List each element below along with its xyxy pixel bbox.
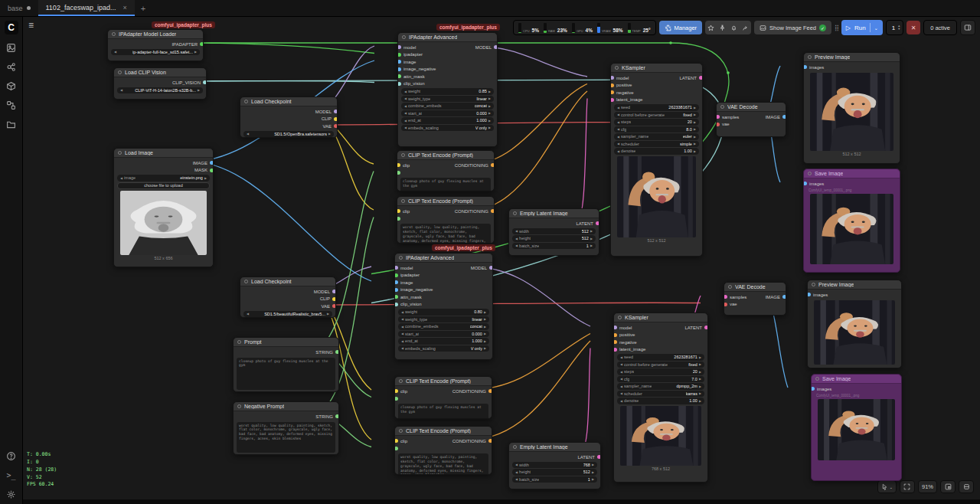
node-load-image[interactable]: Load ImageIMAGEMASK◀imageeinstein.png▶ch… <box>113 148 214 267</box>
increment-arrow-icon[interactable]: ▶ <box>488 97 491 100</box>
scheduler-widget[interactable]: ◀schedulersimple▶ <box>614 141 699 148</box>
start_at-widget[interactable]: ◀start_at0.000▶ <box>401 110 494 117</box>
prompt-textarea[interactable]: worst quality, low quality, painting, sk… <box>400 224 491 244</box>
prompt-textarea[interactable]: closeup photo of guy flexing muscles at … <box>237 358 335 390</box>
decrement-arrow-icon[interactable]: ◀ <box>401 325 403 329</box>
collapse-dot-icon[interactable] <box>402 35 406 39</box>
embeds_scaling-widget[interactable]: ◀embeds_scalingV only▶ <box>401 125 494 132</box>
width-widget[interactable]: ◀width768▶ <box>512 462 597 469</box>
decrement-arrow-icon[interactable]: ◀ <box>620 355 622 359</box>
steps-widget[interactable]: ◀steps20▶ <box>617 368 704 375</box>
collapse-dot-icon[interactable] <box>244 100 248 103</box>
image-output-port[interactable] <box>782 295 786 299</box>
decrement-arrow-icon[interactable]: ◀ <box>620 385 622 388</box>
increment-arrow-icon[interactable]: ▶ <box>694 120 696 124</box>
decrement-arrow-icon[interactable]: ◀ <box>401 346 403 350</box>
toggle-right-panel-button[interactable] <box>960 20 975 35</box>
sampler_name-widget[interactable]: ◀sampler_namedpmpp_2m▶ <box>617 383 704 390</box>
value-widget[interactable]: ◀SD1.5/OpenBra.safetensors▶ <box>243 131 334 138</box>
tab-base[interactable]: base <box>0 0 38 16</box>
share-icon[interactable] <box>742 25 749 31</box>
latent_image-input-port[interactable] <box>613 348 617 352</box>
image-output-port[interactable] <box>782 115 786 119</box>
terminal-icon[interactable]: >_ <box>5 469 18 481</box>
model-output-port[interactable] <box>489 266 493 270</box>
node-ipadapter-advanced-2[interactable]: IPAdapter Advancedmodelipadapterimageima… <box>394 253 493 360</box>
minimap-toggle-button[interactable] <box>940 480 956 493</box>
increment-arrow-icon[interactable]: ▶ <box>590 237 593 241</box>
increment-arrow-icon[interactable]: ▶ <box>694 135 696 139</box>
increment-arrow-icon[interactable]: ▶ <box>694 106 696 110</box>
decrement-arrow-icon[interactable]: ◀ <box>617 127 619 131</box>
run-options-chevron-icon[interactable]: ⌄ <box>874 25 878 31</box>
clip-input-port[interactable] <box>394 389 398 393</box>
decrement-arrow-icon[interactable]: ◀ <box>515 237 518 241</box>
collapse-dot-icon[interactable] <box>513 445 517 449</box>
conditioning-output-port[interactable] <box>491 209 495 213</box>
combine_embeds-widget[interactable]: ◀combine_embedsconcat▶ <box>401 103 494 110</box>
increment-arrow-icon[interactable]: ▶ <box>699 385 701 388</box>
samples-input-port[interactable] <box>724 295 727 299</box>
decrement-arrow-icon[interactable]: ◀ <box>617 106 619 110</box>
conditioning-output-port[interactable] <box>488 439 492 443</box>
clip-input-port[interactable] <box>394 439 398 443</box>
collapse-dot-icon[interactable] <box>118 70 122 74</box>
decrement-arrow-icon[interactable]: ◀ <box>401 317 403 321</box>
new-tab-button[interactable]: + <box>135 0 152 16</box>
tab-workflow-active[interactable]: 1102_faceswap_ipad... × <box>38 0 135 16</box>
attn_mask-input-port[interactable] <box>397 74 401 78</box>
negative-input-port[interactable] <box>610 90 614 94</box>
increment-arrow-icon[interactable]: ▶ <box>204 176 207 180</box>
string-output-port[interactable] <box>335 350 339 354</box>
toolbar-drag-handle[interactable]: ⣿ <box>835 25 838 31</box>
increment-arrow-icon[interactable]: ▶ <box>694 127 696 131</box>
decrement-arrow-icon[interactable]: ◀ <box>114 50 116 54</box>
batch_size-widget[interactable]: ◀batch_size1▶ <box>512 476 597 483</box>
attn_mask-input-port[interactable] <box>394 295 398 299</box>
combine_embeds-widget[interactable]: ◀combine_embedsconcat▶ <box>398 323 489 330</box>
node-load-checkpoint-1[interactable]: Load CheckpointMODELCLIPVAE◀SD1.5/OpenBr… <box>240 97 338 138</box>
node-ksampler-2[interactable]: KSamplermodelpositivenegativelatent_imag… <box>613 313 708 483</box>
decrement-arrow-icon[interactable]: ◀ <box>401 332 403 335</box>
node-empty-latent-1[interactable]: Empty Latent ImageLATENT◀width512▶◀heigh… <box>508 208 599 256</box>
image_negative-input-port[interactable] <box>397 67 401 71</box>
prompt-textarea[interactable]: worst quality, low quality, painting, sk… <box>237 422 335 453</box>
height-widget[interactable]: ◀height512▶ <box>512 469 597 476</box>
image-input-port[interactable] <box>397 60 401 64</box>
node-clip-text-encode-3[interactable]: CLIP Text Encode (Prompt)clipCONDITIONIN… <box>394 376 492 419</box>
increment-arrow-icon[interactable]: ▶ <box>592 477 594 481</box>
collapse-dot-icon[interactable] <box>513 211 517 215</box>
latent-output-port[interactable] <box>704 326 708 329</box>
conditioning-output-port[interactable] <box>491 163 495 167</box>
increment-arrow-icon[interactable]: ▶ <box>699 377 701 381</box>
end_at-widget[interactable]: ◀end_at1.000▶ <box>398 338 489 345</box>
node-save-image-2[interactable]: Save ImageimagesComfyUI_temp_00001_.png <box>811 374 902 481</box>
denoise-widget[interactable]: ◀denoise1.00▶ <box>614 148 699 155</box>
favorite-star-icon[interactable] <box>707 25 714 31</box>
cfg-widget[interactable]: ◀cfg8.0▶ <box>614 126 699 133</box>
latent_image-input-port[interactable] <box>610 98 614 102</box>
increment-arrow-icon[interactable]: ▶ <box>699 391 701 395</box>
increment-arrow-icon[interactable]: ▶ <box>699 370 701 374</box>
decrement-arrow-icon[interactable]: ◀ <box>620 391 622 395</box>
decrement-arrow-icon[interactable]: ◀ <box>515 229 518 233</box>
decrement-arrow-icon[interactable]: ◀ <box>404 119 407 123</box>
images-input-port[interactable] <box>803 182 807 185</box>
text-input-port[interactable] <box>394 447 398 450</box>
node-vae-decode-2[interactable]: VAE DecodesamplesvaeIMAGE <box>724 282 786 316</box>
collapse-dot-icon[interactable] <box>399 256 403 260</box>
increment-arrow-icon[interactable]: ▶ <box>694 149 696 153</box>
decrement-arrow-icon[interactable]: ◀ <box>404 104 407 108</box>
decrement-arrow-icon[interactable]: ◀ <box>620 362 622 366</box>
close-tab-icon[interactable]: × <box>122 4 126 11</box>
increment-arrow-icon[interactable]: ▶ <box>699 355 701 359</box>
increment-arrow-icon[interactable]: ▶ <box>194 50 197 54</box>
increment-arrow-icon[interactable]: ▶ <box>198 88 200 92</box>
pin-icon[interactable] <box>719 25 726 31</box>
node-graph-canvas[interactable]: ≡ CPU5%RAM23%GPU4%VRAM58%TEMP25° Manager… <box>23 17 980 499</box>
select-tool-button[interactable]: ⌄ <box>877 480 897 493</box>
increment-arrow-icon[interactable]: ▶ <box>488 90 491 93</box>
weight_type-widget[interactable]: ◀weight_typelinear▶ <box>398 316 489 323</box>
decrement-arrow-icon[interactable]: ◀ <box>617 113 619 116</box>
workflows-icon[interactable] <box>5 99 18 111</box>
